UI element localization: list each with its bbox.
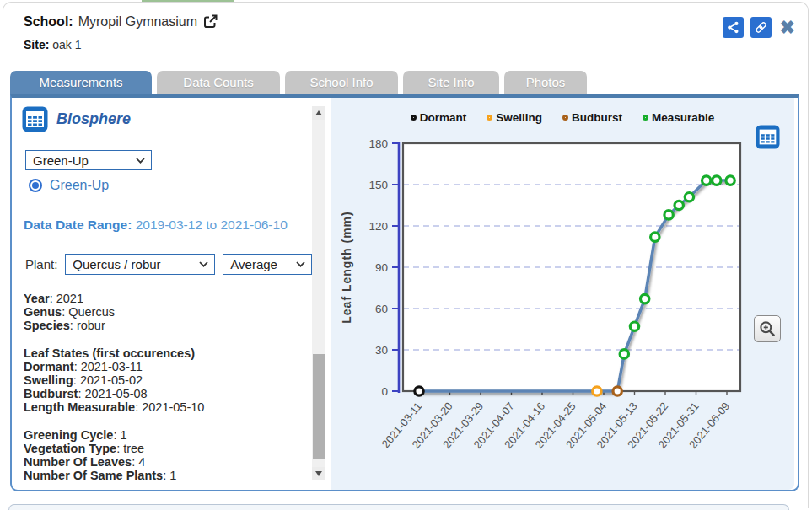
scroll-up-button[interactable]	[312, 106, 325, 120]
detail-line: Leaf States (first occurences)	[24, 346, 302, 360]
greenup-radio[interactable]: Green-Up	[29, 178, 109, 193]
measurement-type-select[interactable]: Green-Up	[25, 150, 152, 170]
detail-line: Budburst: 2021-05-08	[24, 387, 302, 400]
tab-measurements[interactable]: Measurements	[10, 71, 152, 94]
scroll-down-button[interactable]	[312, 467, 325, 480]
svg-text:60: 60	[375, 303, 388, 315]
share-button[interactable]	[723, 17, 744, 38]
detail-line: Length Measurable: 2021-05-10	[24, 400, 302, 414]
chevron-down-icon	[136, 158, 145, 164]
site-value: oak 1	[52, 38, 81, 51]
svg-text:0: 0	[381, 385, 388, 398]
detail-line: Vegetation Type: tree	[24, 442, 302, 455]
legend-item-measurable: Measurable	[643, 111, 714, 124]
chart-area: DormantSwellingBudburstMeasurable 030609…	[331, 98, 794, 490]
svg-text:150: 150	[368, 179, 388, 191]
school-header: School: Myropil Gymnasium	[24, 13, 218, 30]
detail-line: Species: robur	[24, 319, 302, 332]
legend-item-budburst: Budburst	[562, 111, 622, 124]
school-name: Myropil Gymnasium	[78, 14, 197, 30]
legend-label: Dormant	[420, 111, 467, 124]
legend-ring-icon	[487, 115, 492, 121]
chart-data-table-icon[interactable]	[756, 125, 780, 149]
data-table-icon[interactable]	[22, 106, 48, 132]
legend-label: Measurable	[652, 111, 714, 124]
detail-line: Genus: Quercus	[24, 305, 302, 319]
svg-text:90: 90	[375, 261, 388, 274]
header-actions: ✖	[723, 17, 797, 38]
legend-item-swelling: Swelling	[487, 111, 542, 124]
aggregation-select[interactable]: Average	[223, 254, 312, 275]
measurements-panel: Biosphere Green-Up Green-Up Data Date Ra…	[10, 94, 799, 491]
svg-text:180: 180	[368, 137, 388, 150]
plant-select[interactable]: Quercus / robur	[65, 254, 215, 275]
svg-text:120: 120	[368, 220, 388, 233]
detail-gap	[24, 415, 302, 428]
link-button[interactable]	[750, 17, 772, 38]
svg-text:Leaf Length (mm): Leaf Length (mm)	[340, 211, 353, 323]
site-label: Site:	[24, 38, 49, 51]
svg-text:30: 30	[375, 344, 388, 357]
zoom-in-button[interactable]	[754, 315, 781, 342]
measurement-type-value: Green-Up	[33, 153, 89, 168]
legend-ring-icon	[643, 115, 648, 121]
radio-label: Green-Up	[50, 178, 109, 193]
chart-legend: DormantSwellingBudburstMeasurable	[331, 111, 794, 124]
legend-item-dormant: Dormant	[411, 111, 467, 124]
detail-gap	[24, 333, 302, 346]
section-title: Biosphere	[56, 110, 131, 128]
legend-label: Budburst	[572, 111, 622, 124]
biosphere-header: Biosphere	[22, 106, 131, 132]
detail-line: Year: 2021	[24, 292, 302, 305]
tab-site-info[interactable]: Site Info	[403, 71, 499, 94]
date-range-value: 2019-03-12 to 2021-06-10	[136, 217, 288, 232]
date-range-label: Data Date Range:	[24, 217, 132, 232]
sidebar-scrollbar[interactable]	[312, 106, 325, 480]
legend-ring-icon	[562, 115, 568, 121]
next-card-edge	[8, 504, 789, 510]
detail-line: Number Of Same Plants: 1	[24, 469, 302, 482]
tab-school-info[interactable]: School Info	[285, 71, 398, 94]
link-icon	[754, 20, 768, 35]
arrow-down-icon	[315, 471, 322, 476]
plant-select-value: Quercus / robur	[73, 257, 160, 271]
site-header: Site: oak 1	[24, 38, 81, 51]
tab-bar: MeasurementsData CountsSchool InfoSite I…	[10, 71, 587, 94]
detail-line: Dormant: 2021-03-11	[24, 360, 302, 373]
chevron-down-icon	[296, 261, 305, 267]
plant-details: Year: 2021Genus: QuercusSpecies: roburLe…	[24, 292, 302, 482]
legend-label: Swelling	[496, 111, 542, 124]
tab-photos[interactable]: Photos	[504, 71, 587, 94]
school-label: School:	[24, 14, 73, 30]
plant-row: Plant: Quercus / robur Average	[25, 254, 312, 275]
radio-icon	[29, 179, 42, 192]
share-icon	[726, 20, 740, 35]
magnifier-plus-icon	[758, 319, 777, 338]
plant-label: Plant:	[25, 257, 57, 271]
arrow-up-icon	[315, 110, 322, 115]
external-link-icon[interactable]	[202, 13, 218, 30]
detail-line: Number Of Leaves: 4	[24, 455, 302, 469]
detail-line: Swelling: 2021-05-02	[24, 373, 302, 387]
legend-ring-icon	[411, 115, 417, 121]
leaf-length-chart: 0306090120150180Leaf Length (mm)2021-03-…	[331, 98, 794, 493]
aggregation-select-value: Average	[230, 257, 277, 271]
tab-data-counts[interactable]: Data Counts	[157, 71, 280, 94]
scrollbar-thumb[interactable]	[313, 354, 325, 459]
data-date-range: Data Date Range: 2019-03-12 to 2021-06-1…	[24, 217, 288, 233]
chevron-down-icon	[199, 261, 208, 267]
close-icon[interactable]: ✖	[778, 17, 797, 38]
detail-line: Greening Cycle: 1	[24, 428, 302, 442]
